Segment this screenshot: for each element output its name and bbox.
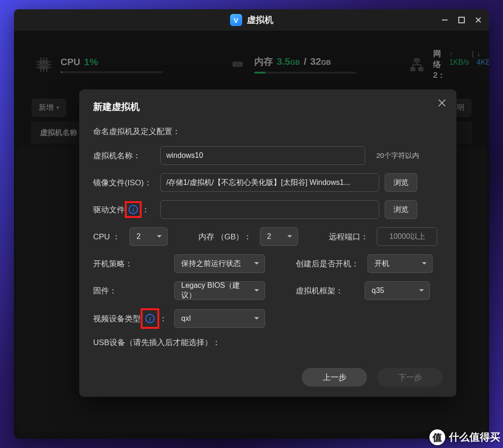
vm-name-label: 虚拟机名称： — [93, 150, 155, 161]
dialog-subtitle: 命名虚拟机及定义配置： — [93, 126, 442, 137]
net-stat: NET 网络2： ↑ 1KB/s | ↓ 4KB/s — [408, 48, 489, 81]
titlebar: V 虚拟机 — [14, 9, 489, 31]
svg-rect-25 — [410, 67, 415, 71]
app-window: V 虚拟机 CPU CPU 1% — [14, 9, 489, 439]
svg-rect-20 — [236, 67, 237, 68]
arch-select[interactable]: q35 — [365, 281, 430, 300]
svg-rect-1 — [459, 17, 464, 23]
video-label: 视频设备类型 i ： — [93, 308, 166, 329]
vm-name-input[interactable] — [160, 146, 365, 165]
mem-used: 3.5GB — [277, 56, 300, 67]
svg-rect-22 — [240, 67, 241, 68]
mem-label: 内存 — [254, 55, 273, 68]
svg-rect-26 — [418, 67, 423, 71]
row-boot: 开机策略： 保持之前运行状态 创建后是否开机： 开机 — [93, 254, 442, 273]
mem-bar — [254, 72, 357, 74]
driver-info-highlight: i — [125, 201, 142, 218]
col-name: 虚拟机名称 — [40, 128, 77, 138]
close-button[interactable] — [474, 16, 483, 24]
row-driver: 驱动文件 i ： 浏览 — [93, 200, 442, 219]
cpu-value: 1% — [84, 56, 98, 68]
svg-text:RAM: RAM — [235, 63, 241, 66]
video-select[interactable]: qxl — [174, 309, 265, 328]
row-iso: 镜像文件(ISO)： 浏览 — [93, 173, 442, 192]
app-title-text: 虚拟机 — [247, 14, 273, 26]
cpu-stat: CPU CPU 1% — [34, 55, 163, 74]
net-label: 网络2： — [433, 48, 446, 81]
cpu-select-label: CPU ： — [93, 231, 121, 242]
minimize-button[interactable] — [441, 16, 449, 24]
dialog-title: 新建虚拟机 — [93, 101, 442, 113]
iso-browse-button[interactable]: 浏览 — [385, 173, 417, 192]
mem-sep: / — [304, 56, 306, 67]
arch-label: 虚拟机框架： — [296, 285, 356, 296]
dialog-body: 命名虚拟机及定义配置： 虚拟机名称： 20个字符以内 镜像文件(ISO)： 浏览… — [93, 126, 442, 348]
prev-button[interactable]: 上一步 — [302, 368, 367, 387]
row-cpu-mem-port: CPU ： 2 内存 （GB）： 2 远程端口： 10000以上 — [93, 227, 442, 246]
add-button[interactable]: 新增 ▾ — [32, 99, 66, 117]
svg-rect-19 — [234, 67, 235, 68]
network-icon: NET — [408, 55, 426, 74]
add-button-label: 新增 — [39, 103, 54, 113]
row-firmware: 固件： Legacy BIOS（建议） 虚拟机框架： q35 — [93, 281, 442, 300]
net-up: ↑ 1KB/s — [449, 50, 469, 67]
app-icon: V — [230, 14, 242, 26]
dialog-close-button[interactable] — [438, 99, 447, 108]
driver-browse-button[interactable]: 浏览 — [385, 200, 417, 219]
app-title: V 虚拟机 — [230, 14, 273, 26]
info-icon[interactable]: i — [145, 314, 155, 323]
svg-text:NET: NET — [414, 59, 420, 61]
info-icon[interactable]: i — [129, 205, 138, 214]
mem-stat: RAM 内存 3.5GB / 32GB — [228, 55, 357, 74]
vm-name-hint: 20个字符以内 — [376, 151, 419, 160]
driver-input[interactable] — [160, 200, 379, 219]
iso-label: 镜像文件(ISO)： — [93, 177, 155, 188]
row-video: 视频设备类型 i ： qxl — [93, 308, 442, 329]
row-usb: USB设备（请先插入后才能选择）： — [93, 337, 442, 348]
watermark-badge: 值 — [429, 429, 445, 445]
create-boot-label: 创建后是否开机： — [296, 258, 359, 269]
svg-text:CPU: CPU — [40, 63, 48, 67]
stats-bar: CPU CPU 1% RAM 内存 3.5GB — [23, 31, 480, 94]
ram-icon: RAM — [228, 55, 247, 74]
video-info-highlight: i — [141, 308, 159, 329]
net-down: ↓ 4KB/s — [476, 50, 489, 67]
svg-rect-21 — [238, 67, 239, 68]
cpu-bar — [61, 71, 163, 73]
cpu-label: CPU — [61, 57, 80, 68]
mem-select-label: 内存 （GB）： — [198, 231, 252, 242]
watermark: 值 什么值得买 — [429, 429, 500, 445]
cpu-icon: CPU — [34, 55, 53, 74]
cpu-select[interactable]: 2 — [129, 227, 168, 246]
new-vm-dialog: 新建虚拟机 命名虚拟机及定义配置： 虚拟机名称： 20个字符以内 镜像文件(IS… — [79, 89, 456, 397]
firmware-select[interactable]: Legacy BIOS（建议） — [174, 281, 265, 300]
window-controls — [441, 9, 483, 31]
row-vm-name: 虚拟机名称： 20个字符以内 — [93, 146, 442, 165]
maximize-button[interactable] — [457, 16, 466, 24]
chevron-down-icon: ▾ — [56, 104, 59, 111]
port-label: 远程端口： — [329, 231, 368, 242]
dialog-footer: 上一步 下一步 — [302, 368, 442, 387]
mem-total: 32GB — [310, 56, 331, 67]
net-sep: | — [472, 50, 474, 58]
firmware-label: 固件： — [93, 285, 155, 296]
port-input[interactable]: 10000以上 — [377, 227, 437, 246]
iso-input[interactable] — [160, 173, 379, 192]
mem-select[interactable]: 2 — [260, 227, 298, 246]
driver-label: 驱动文件 i ： — [93, 201, 155, 218]
next-button[interactable]: 下一步 — [377, 368, 442, 387]
usb-label: USB设备（请先插入后才能选择）： — [93, 337, 220, 348]
watermark-text: 什么值得买 — [449, 430, 500, 444]
boot-policy-select[interactable]: 保持之前运行状态 — [174, 254, 265, 273]
boot-policy-label: 开机策略： — [93, 258, 155, 269]
create-boot-select[interactable]: 开机 — [367, 254, 433, 273]
